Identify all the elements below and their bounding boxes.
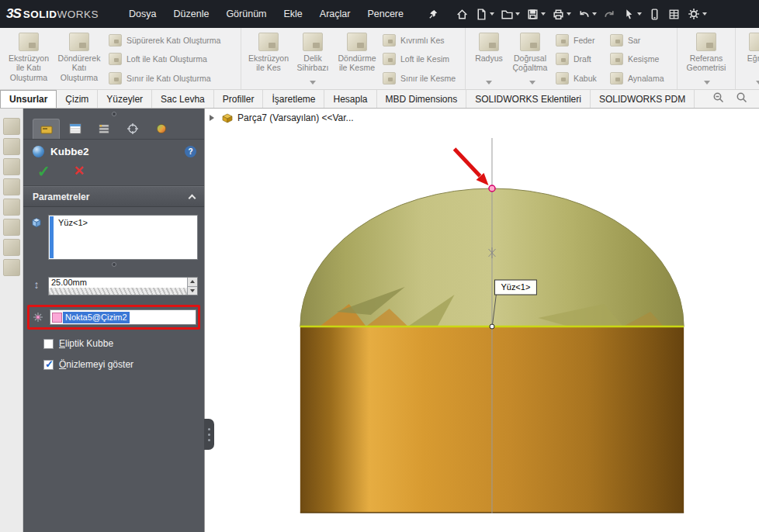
redo-icon[interactable]	[601, 5, 619, 23]
breadcrumb-expand-icon[interactable]	[210, 115, 217, 121]
revolve-boss-button[interactable]: Döndürerek Katı Oluşturma	[53, 30, 106, 88]
magnifier-minus-icon[interactable]	[712, 92, 725, 106]
draft-button[interactable]: Draft	[553, 50, 607, 68]
home-icon[interactable]	[453, 5, 471, 23]
spin-up-button[interactable]	[188, 278, 197, 286]
tab-dimxpert[interactable]	[119, 119, 146, 139]
tab-solidworks-pdm[interactable]: SOLIDWORKS PDM	[591, 90, 695, 108]
tab-propertymanager[interactable]	[33, 119, 60, 139]
tab-appearances[interactable]	[147, 119, 175, 139]
sweep-cut-button[interactable]: Kıvrımlı Kes	[380, 31, 460, 50]
magnifier-icon[interactable]	[736, 92, 748, 106]
revolve-cut-button[interactable]: Döndürme ile Kesme	[334, 30, 380, 88]
parameters-section-header[interactable]: Parametreler	[23, 186, 204, 207]
tab-featuremanager[interactable]	[61, 119, 88, 139]
face-selection-box[interactable]: Yüz<1>	[48, 215, 198, 260]
constraint-point-box[interactable]: Nokta5@Çizim2	[50, 309, 196, 325]
menu-duzenle[interactable]: Düzenle	[167, 5, 217, 22]
tab-mbd-dimensions[interactable]: MBD Dimensions	[377, 90, 467, 108]
cancel-button[interactable]: ✕	[74, 164, 85, 179]
rib-icon	[556, 34, 569, 47]
toolbar-icon[interactable]	[3, 259, 20, 276]
pin-menu-icon[interactable]	[428, 9, 439, 20]
mirror-button[interactable]: Aynalama	[607, 69, 672, 88]
settings-gear-icon[interactable]	[684, 5, 709, 23]
elliptical-dome-checkbox[interactable]	[43, 339, 54, 349]
tab-hesapla[interactable]: Hesapla	[324, 90, 376, 108]
boundary-cut-button[interactable]: Sınır ile Kesme	[380, 69, 460, 88]
triangle-up-icon	[190, 278, 195, 283]
undo-icon[interactable]	[575, 5, 599, 23]
panel-collapse-handle[interactable]	[204, 419, 214, 450]
ok-button[interactable]: ✓	[37, 164, 50, 179]
extrude-cut-button[interactable]: Ekstrüzyon ile Kes	[246, 30, 291, 88]
toolbar-icon[interactable]	[3, 178, 20, 195]
flyout-caret-icon[interactable]	[486, 81, 492, 88]
titlebar: 3S SOLIDWORKS Dosya Düzenle Görünüm Ekle…	[0, 0, 759, 28]
fillet-button[interactable]: Radyus	[470, 30, 508, 88]
loft-cut-button[interactable]: Loft ile Kesim	[380, 50, 460, 68]
loft-boss-button[interactable]: Loft ile Katı Oluşturma	[106, 50, 236, 68]
flyout-caret-icon[interactable]	[704, 81, 710, 88]
distance-icon: ↕	[29, 277, 43, 291]
tab-profiller[interactable]: Profiller	[214, 90, 264, 108]
tab-cizim[interactable]: Çizim	[57, 90, 98, 108]
linear-pattern-button[interactable]: Doğrusal Çoğaltma	[508, 30, 553, 88]
toolbar-icon[interactable]	[3, 239, 20, 256]
open-icon[interactable]	[498, 5, 522, 23]
print-icon[interactable]	[549, 5, 574, 23]
dropdown-caret-icon	[567, 12, 571, 18]
loft-boss-icon	[109, 53, 122, 65]
extrude-boss-button[interactable]: Ekstrüzyon ile Katı Oluşturma	[5, 30, 53, 88]
solidworks-logo: 3S SOLIDWORKS	[6, 6, 99, 22]
save-icon[interactable]	[524, 5, 548, 23]
flyout-caret-icon[interactable]	[310, 81, 316, 88]
panel-drag-handle[interactable]	[23, 109, 204, 119]
menu-araclar[interactable]: Araçlar	[313, 5, 358, 22]
menu-gorunum[interactable]: Görünüm	[219, 5, 273, 22]
wrap-button[interactable]: Sar	[607, 31, 672, 50]
tab-yuzeyler[interactable]: Yüzeyler	[98, 90, 152, 108]
selection-box-resize-handle[interactable]	[23, 260, 204, 269]
tab-isaretleme[interactable]: İşaretleme	[263, 90, 324, 108]
intersect-button[interactable]: Kesişme	[607, 50, 672, 68]
toolbar-icon[interactable]	[3, 199, 20, 216]
show-preview-checkbox[interactable]	[43, 360, 54, 370]
sweep-boss-button[interactable]: Süpürerek Katı Oluşturma	[106, 31, 236, 50]
evaluate-grid-icon[interactable]	[665, 5, 683, 23]
elliptical-dome-option: Eliptik Kubbe	[43, 338, 204, 349]
property-manager-tab-bar	[23, 119, 204, 140]
menu-dosya[interactable]: Dosya	[122, 5, 163, 22]
part-icon	[221, 112, 234, 123]
tab-sac-levha[interactable]: Sac Levha	[152, 90, 214, 108]
sketch-point-marker	[490, 324, 494, 329]
flyout-caret-icon[interactable]	[529, 81, 535, 88]
help-icon[interactable]: ?	[185, 146, 196, 157]
graphics-area[interactable]: Parça7 (Varsayılan) <<Var...	[204, 109, 759, 532]
toolbar-icon[interactable]	[3, 158, 20, 175]
curves-group: Eğriler	[736, 28, 759, 89]
shell-button[interactable]: Kabuk	[553, 69, 607, 88]
hole-wizard-button[interactable]: Delik Sihirbazı	[291, 30, 334, 88]
toolbar-icon[interactable]	[3, 118, 20, 135]
tab-unsurlar[interactable]: Unsurlar	[0, 90, 57, 108]
breadcrumb[interactable]: Parça7 (Varsayılan) <<Var...	[210, 112, 354, 123]
tab-solidworks-eklentileri[interactable]: SOLIDWORKS Eklentileri	[466, 90, 591, 108]
curves-button[interactable]: Eğriler	[740, 30, 759, 88]
constraint-point-row: Nokta5@Çizim2	[29, 306, 198, 328]
boundary-boss-button[interactable]: Sınır ile Katı Oluşturma	[106, 69, 236, 88]
distance-spinbox[interactable]: 25.00mm	[48, 277, 198, 295]
thumbwheel-slider[interactable]	[49, 288, 187, 295]
select-cursor-icon[interactable]	[620, 5, 644, 23]
tab-configurations[interactable]	[90, 119, 117, 139]
menu-pencere[interactable]: Pencere	[360, 5, 411, 22]
rib-button[interactable]: Feder	[553, 31, 607, 50]
toolbar-icon[interactable]	[3, 138, 20, 155]
flyout-caret-icon[interactable]	[756, 81, 759, 88]
menu-ekle[interactable]: Ekle	[277, 5, 310, 22]
spin-down-button[interactable]	[188, 286, 197, 295]
new-document-icon[interactable]	[473, 5, 497, 23]
toolbar-icon[interactable]	[3, 219, 20, 236]
device-icon[interactable]	[646, 5, 664, 23]
reference-geometry-button[interactable]: Referans Geometrisi	[682, 30, 730, 88]
